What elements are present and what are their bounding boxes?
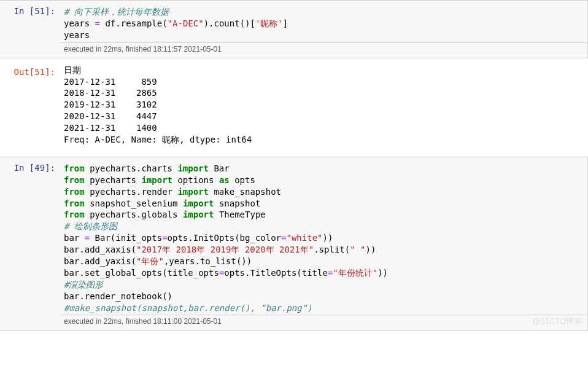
output-prompt: Out[51]: (0, 65, 60, 146)
code-cell: In [49]: from pyecharts.charts import Ba… (0, 157, 588, 331)
output-text: 日期 2017-12-31 859 2018-12-31 2865 2019-1… (60, 65, 587, 146)
input-prompt: In [51]: (0, 4, 60, 55)
code-area[interactable]: from pyecharts.charts import Bar from py… (60, 160, 587, 315)
cell-body: from pyecharts.charts import Bar from py… (60, 160, 587, 328)
execution-status: executed in 22ms, finished 18:11:57 2021… (60, 42, 587, 55)
code-cell: In [51]: # 向下采样，统计每年数据 years = df.resamp… (0, 0, 588, 58)
cell-body: # 向下采样，统计每年数据 years = df.resample("A-DEC… (60, 4, 587, 55)
input-prompt: In [49]: (0, 160, 60, 328)
execution-status: executed in 22ms, finished 18:11:00 2021… (60, 315, 587, 328)
output-cell: Out[51]: 日期 2017-12-31 859 2018-12-31 28… (0, 58, 588, 157)
code-area[interactable]: # 向下采样，统计每年数据 years = df.resample("A-DEC… (60, 4, 587, 42)
cell-body: 日期 2017-12-31 859 2018-12-31 2865 2019-1… (60, 65, 587, 146)
